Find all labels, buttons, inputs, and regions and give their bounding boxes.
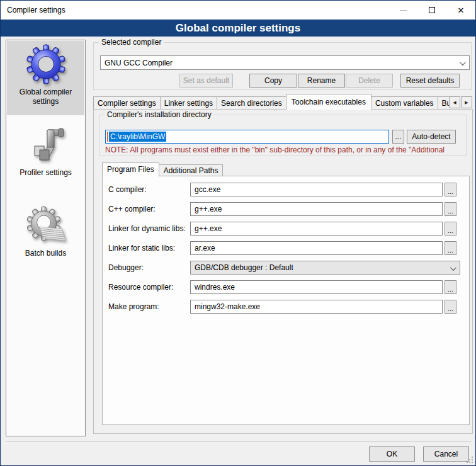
compiler-settings-dialog: Compiler settings ✕ Global compiler sett… xyxy=(0,0,476,466)
reset-defaults-button[interactable]: Reset defaults xyxy=(400,74,460,88)
titlebar: Compiler settings ✕ xyxy=(1,1,475,20)
linker-dynamic-input[interactable]: g++.exe xyxy=(190,222,443,236)
c-compiler-input[interactable]: gcc.exe xyxy=(190,183,443,196)
arrow-left-icon: ◀ xyxy=(453,100,456,105)
ok-button[interactable]: OK xyxy=(369,446,415,462)
tab-linker-settings[interactable]: Linker settings xyxy=(160,96,217,110)
linker-dynamic-browse-button[interactable]: ... xyxy=(445,222,456,236)
ellipsis-icon: ... xyxy=(448,304,453,313)
field-label: Make program: xyxy=(108,302,159,311)
footer-divider xyxy=(6,441,472,442)
tab-scroll-left-button[interactable]: ◀ xyxy=(449,96,460,108)
bin-directory-note: NOTE: All programs must exist either in … xyxy=(105,145,467,154)
tab-build-options-clipped[interactable]: Builc xyxy=(438,96,450,110)
installation-directory-value: C:\raylib\MinGW xyxy=(109,132,166,142)
debugger-select-value: GDB/CDB debugger : Default xyxy=(195,263,293,272)
linker-static-browse-button[interactable]: ... xyxy=(445,241,456,255)
field-value: mingw32-make.exe xyxy=(195,302,260,311)
program-files-page: C compiler: gcc.exe ... C++ compiler: g+… xyxy=(102,176,470,425)
field-row-c-compiler: C compiler: gcc.exe ... xyxy=(103,183,469,196)
compiler-tabs: Compiler settings Linker settings Search… xyxy=(93,94,450,110)
tab-toolchain-executables[interactable]: Toolchain executables xyxy=(286,94,371,110)
program-files-tabs: Program Files Additional Paths xyxy=(102,162,222,176)
field-row-linker-static: Linker for static libs: ar.exe ... xyxy=(103,241,469,255)
field-value: ar.exe xyxy=(195,244,215,253)
resource-compiler-input[interactable]: windres.exe xyxy=(190,280,443,294)
installation-directory-group-label: Compiler's installation directory xyxy=(105,110,214,119)
tab-search-directories[interactable]: Search directories xyxy=(217,96,286,110)
tab-additional-paths[interactable]: Additional Paths xyxy=(159,164,224,176)
ellipsis-icon: ... xyxy=(448,187,453,196)
sidebar-item-label: Batch builds xyxy=(7,249,84,258)
field-row-make-program: Make program: mingw32-make.exe ... xyxy=(103,300,469,314)
sidebar-item-profiler-settings[interactable]: Profiler settings xyxy=(7,122,84,196)
sidebar-item-label: Global compiler settings xyxy=(7,88,84,106)
window-title: Compiler settings xyxy=(7,6,65,14)
set-as-default-button[interactable]: Set as default xyxy=(179,74,233,88)
field-value: g++.exe xyxy=(195,205,222,213)
maximize-button[interactable] xyxy=(417,1,446,20)
field-value: gcc.exe xyxy=(195,185,220,194)
resource-compiler-browse-button[interactable]: ... xyxy=(445,280,456,294)
page-title: Global compiler settings xyxy=(1,20,475,37)
maximize-icon xyxy=(429,7,435,13)
field-label: Debugger: xyxy=(108,263,144,272)
arrow-right-icon: ▶ xyxy=(465,100,468,105)
cpp-compiler-input[interactable]: g++.exe xyxy=(190,202,443,216)
tab-program-files[interactable]: Program Files xyxy=(102,162,159,176)
selected-compiler-group-label: Selected compiler xyxy=(99,38,164,47)
field-label: C compiler: xyxy=(108,185,147,194)
chevron-down-icon xyxy=(460,59,466,65)
auto-detect-button[interactable]: Auto-detect xyxy=(407,130,456,144)
chevron-down-icon xyxy=(450,264,456,271)
field-label: Resource compiler: xyxy=(108,283,173,292)
field-row-resource-compiler: Resource compiler: windres.exe ... xyxy=(103,280,469,294)
linker-static-input[interactable]: ar.exe xyxy=(190,241,443,255)
tab-custom-variables[interactable]: Custom variables xyxy=(371,96,438,110)
field-row-linker-dynamic: Linker for dynamic libs: g++.exe ... xyxy=(103,222,469,236)
installation-directory-input[interactable]: C:\raylib\MinGW xyxy=(105,130,389,144)
blue-gear-icon xyxy=(26,44,66,84)
cancel-button[interactable]: Cancel xyxy=(423,446,469,462)
browse-directory-button[interactable]: ... xyxy=(392,130,404,144)
text-caret xyxy=(107,132,108,142)
caliper-icon xyxy=(26,125,66,165)
ellipsis-icon: ... xyxy=(448,226,453,235)
compiler-select-value: GNU GCC Compiler xyxy=(105,59,173,67)
compiler-select[interactable]: GNU GCC Compiler xyxy=(100,55,470,70)
gray-gear-stack-icon xyxy=(26,205,66,246)
c-compiler-browse-button[interactable]: ... xyxy=(445,183,456,196)
tab-compiler-settings[interactable]: Compiler settings xyxy=(93,96,161,110)
field-label: Linker for static libs: xyxy=(108,244,175,253)
window-controls: ✕ xyxy=(388,1,475,20)
rename-button[interactable]: Rename xyxy=(298,74,345,88)
minimize-button[interactable] xyxy=(388,1,417,20)
ellipsis-icon: ... xyxy=(448,207,453,215)
field-row-debugger: Debugger: GDB/CDB debugger : Default xyxy=(103,261,469,275)
close-icon: ✕ xyxy=(458,6,465,14)
ellipsis-icon: ... xyxy=(448,246,453,254)
sidebar: Global compiler settings Profile xyxy=(6,40,86,436)
minimize-icon xyxy=(400,10,407,11)
copy-button[interactable]: Copy xyxy=(249,74,297,88)
close-button[interactable]: ✕ xyxy=(446,1,475,20)
delete-button[interactable]: Delete xyxy=(346,74,393,88)
selected-compiler-group: Selected compiler GNU GCC Compiler Set a… xyxy=(93,42,472,90)
field-label: C++ compiler: xyxy=(108,205,156,213)
field-value: windres.exe xyxy=(195,283,235,292)
cpp-compiler-browse-button[interactable]: ... xyxy=(445,202,456,216)
field-label: Linker for dynamic libs: xyxy=(108,224,186,233)
sidebar-item-label: Profiler settings xyxy=(7,168,84,178)
ellipsis-icon: ... xyxy=(448,285,453,293)
make-program-input[interactable]: mingw32-make.exe xyxy=(190,300,443,314)
sidebar-item-global-compiler-settings[interactable]: Global compiler settings xyxy=(7,41,84,115)
tab-scroll-right-button[interactable]: ▶ xyxy=(461,96,472,108)
resize-grip[interactable] xyxy=(467,457,473,463)
sidebar-item-batch-builds[interactable]: Batch builds xyxy=(7,202,84,276)
field-value: g++.exe xyxy=(195,224,222,233)
make-program-browse-button[interactable]: ... xyxy=(445,300,456,314)
field-row-cpp-compiler: C++ compiler: g++.exe ... xyxy=(103,202,469,216)
debugger-select[interactable]: GDB/CDB debugger : Default xyxy=(190,261,460,275)
